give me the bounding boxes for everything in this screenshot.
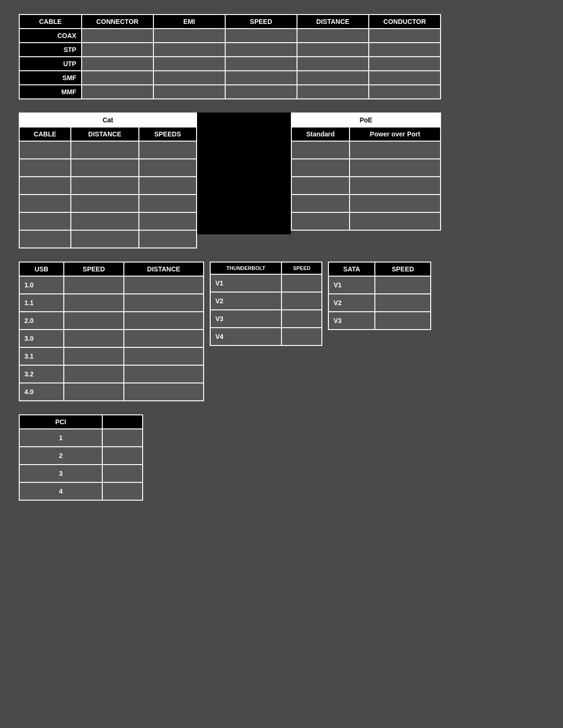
tb-v4-speed [282,328,322,345]
poe-row2-power [350,159,441,177]
usb-table-wrapper: USB SPEED DISTANCE 1.0 1.1 [19,262,204,401]
poe-title-row: PoE [291,113,441,127]
usb-30-speed [64,330,124,347]
cat-row2-cable [19,159,71,177]
table-row: V3 [328,312,431,330]
coax-label: COAX [19,29,82,43]
pci-col-header: PCI [19,415,102,429]
coax-speed [225,29,297,43]
table-row [291,159,441,177]
poe-row1-power [350,141,441,159]
table-row: 2.0 [19,312,204,330]
pci-header-row: PCI [19,415,143,429]
thunderbolt-table: THUNDERBOLT SPEED V1 V2 V3 [210,262,322,346]
poe-title: PoE [291,113,441,127]
table-row: 2 [19,447,143,465]
smf-connector [82,71,153,85]
table-row: 3 [19,465,143,482]
table-row: 3.2 [19,365,204,383]
sata-speed-col: SPEED [375,262,431,276]
stp-speed [225,43,297,57]
table-row: 4.0 [19,383,204,401]
pci-1-label: 1 [19,429,102,447]
cable-section: CABLE CONNECTOR EMI SPEED DISTANCE CONDU… [19,14,544,99]
coax-conductor [369,29,441,43]
usb-31-distance [124,347,204,365]
poe-row4-power [350,195,441,212]
mmf-connector [82,85,153,99]
smf-emi [153,71,225,85]
mmf-distance [297,85,369,99]
mmf-label: MMF [19,85,82,99]
coax-connector [82,29,153,43]
thunderbolt-table-wrapper: THUNDERBOLT SPEED V1 V2 V3 [210,262,322,346]
cat-row6-cable [19,230,71,248]
section2-spacer [197,113,291,234]
thunderbolt-header-row: THUNDERBOLT SPEED [210,262,322,274]
pci-4-label: 4 [19,482,102,500]
tb-v1-label: V1 [210,274,282,292]
usb-distance-col: DISTANCE [124,262,204,276]
conductor-col-header: CONDUCTOR [369,15,441,29]
coax-emi [153,29,225,43]
tb-v3-speed [282,310,322,328]
thunderbolt-col-header: THUNDERBOLT [210,262,282,274]
tb-v2-label: V2 [210,292,282,310]
emi-col-header: EMI [153,15,225,29]
table-row: 3.1 [19,347,204,365]
sata-v2-label: V2 [328,294,375,312]
utp-connector [82,57,153,71]
cable-col-header: CABLE [19,15,82,29]
table-row: V3 [210,310,322,328]
pci-1-value [102,429,143,447]
poe-row5-standard [291,212,350,230]
usb-32-label: 3.2 [19,365,64,383]
distance-col-header: DISTANCE [297,15,369,29]
table-row: V1 [210,274,322,292]
utp-conductor [369,57,441,71]
interfaces-row: USB SPEED DISTANCE 1.0 1.1 [19,262,544,401]
stp-emi [153,43,225,57]
cat-row3-speeds [139,177,197,195]
usb-20-label: 2.0 [19,312,64,330]
cable-table-header: CABLE CONNECTOR EMI SPEED DISTANCE CONDU… [19,15,441,29]
usb-col-header: USB [19,262,64,276]
table-row: 1.0 [19,276,204,294]
smf-speed [225,71,297,85]
cat-title-row: Cat [19,113,197,127]
pci-table: PCI 1 2 3 4 [19,414,143,501]
usb-10-speed [64,276,124,294]
table-row [19,195,197,212]
mmf-emi [153,85,225,99]
cat-row5-cable [19,212,71,230]
coax-distance [297,29,369,43]
cat-row2-speeds [139,159,197,177]
poe-table: PoE Standard Power over Port [291,113,441,231]
table-row: V2 [328,294,431,312]
poe-row2-standard [291,159,350,177]
utp-speed [225,57,297,71]
cat-row4-cable [19,195,71,212]
table-row: COAX [19,29,441,43]
tb-v1-speed [282,274,322,292]
table-row: STP [19,43,441,57]
cat-distance-col: DISTANCE [71,127,139,141]
smf-conductor [369,71,441,85]
usb-32-distance [124,365,204,383]
usb-10-label: 1.0 [19,276,64,294]
cat-speeds-col: SPEEDS [139,127,197,141]
usb-11-speed [64,294,124,312]
usb-20-speed [64,312,124,330]
table-row [19,159,197,177]
cat-row3-distance [71,177,139,195]
pci-3-label: 3 [19,465,102,482]
table-row [291,177,441,195]
cat-title: Cat [19,113,197,127]
poe-power-col: Power over Port [350,127,441,141]
cat-table-wrapper: Cat CABLE DISTANCE SPEEDS [19,113,197,248]
poe-row3-power [350,177,441,195]
usb-31-label: 3.1 [19,347,64,365]
cat-row5-speeds [139,212,197,230]
usb-40-speed [64,383,124,401]
table-row [19,177,197,195]
